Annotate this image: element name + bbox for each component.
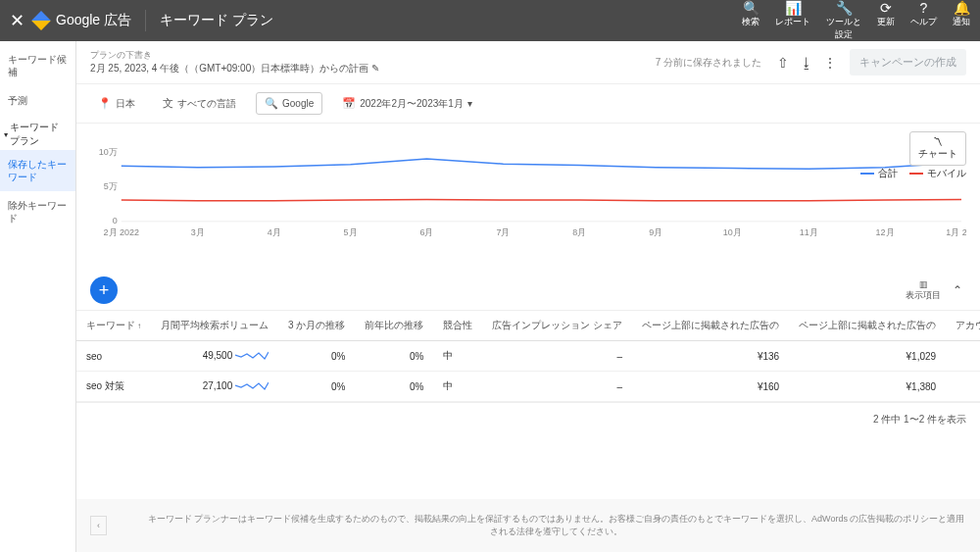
cell-keyword: seo 対策 (76, 372, 151, 402)
refresh-icon: ⟳ (880, 0, 892, 16)
autosave-text: 7 分前に保存されました (656, 56, 761, 70)
network-icon: 🔍 (265, 97, 278, 110)
y-tick-1: 5万 (104, 181, 118, 191)
language-icon: 文 (163, 96, 173, 111)
collapse-panel-button[interactable]: ‹ (90, 516, 107, 535)
y-tick-0: 10万 (99, 147, 118, 157)
reports-action[interactable]: 📊レポート (775, 0, 810, 41)
x-tick: 3月 (191, 227, 205, 237)
columns-toggle[interactable]: ▥表示項目 (906, 279, 941, 302)
x-tick: 8月 (572, 227, 586, 237)
x-tick: 2月 2022 (104, 227, 139, 237)
chart-area: 〽チャート 合計 モバイル 10万 5万 0 2月 20223月4月5月6月7月… (76, 124, 980, 271)
col-3month[interactable]: 3 か月の推移 (278, 311, 355, 341)
cell-3month: 0% (278, 341, 355, 372)
cell-yoy: 0% (355, 372, 433, 402)
table-row[interactable]: seo 対策27,100 0%0%中–¥160¥1,380 (76, 372, 980, 402)
expand-button[interactable]: ⌃ (949, 279, 966, 301)
x-tick: 7月 (496, 227, 510, 237)
plan-time: 2月 25, 2023, 4 午後（（GMT+09:00）日本標準時）からの計画… (90, 62, 656, 75)
sidebar-item-forecast[interactable]: 予測 (0, 86, 75, 115)
col-bid-high[interactable]: ページ上部に掲載された広告の (789, 311, 946, 341)
date-range-filter[interactable]: 📅2022年2月〜2023年1月 ▾ (334, 93, 480, 115)
cell-3month: 0% (278, 372, 355, 402)
refresh-action[interactable]: ⟳更新 (877, 0, 895, 41)
close-icon[interactable]: ✕ (10, 10, 24, 31)
reports-label: レポート (775, 16, 810, 28)
cell-imp-share: – (482, 372, 632, 402)
cell-avg-volume: 27,100 (151, 372, 278, 402)
col-imp-share[interactable]: 広告インプレッション シェア (482, 311, 632, 341)
language-filter[interactable]: 文すべての言語 (155, 92, 244, 115)
table-action-bar: + ▥表示項目 ⌃ (76, 271, 980, 311)
columns-label: 表示項目 (906, 289, 941, 302)
cell-bid-low: ¥160 (632, 372, 789, 402)
divider (145, 10, 146, 31)
notif-label: 通知 (953, 16, 970, 28)
x-tick: 12月 (876, 227, 895, 237)
add-keyword-button[interactable]: + (90, 276, 118, 304)
help-action[interactable]: ?ヘルプ (910, 0, 937, 41)
legend-mobile-swatch (909, 173, 923, 175)
location-filter[interactable]: 📍日本 (90, 93, 143, 115)
chart-toggle-button[interactable]: 〽チャート (909, 131, 966, 166)
sidebar-group-plan[interactable]: キーワード プラン (0, 115, 75, 150)
x-tick: 5月 (344, 227, 358, 237)
network-filter[interactable]: 🔍Google (256, 92, 322, 115)
chart-btn-label: チャート (918, 147, 957, 161)
legend-total-swatch (860, 173, 874, 175)
cell-imp-share: – (482, 341, 632, 372)
legend-total-label: 合計 (878, 168, 898, 178)
x-tick: 10月 (723, 227, 742, 237)
cell-bid-low: ¥136 (632, 341, 789, 372)
sidebar-item-saved[interactable]: 保存したキーワード (0, 150, 75, 191)
page-title: キーワード プラン (160, 12, 742, 29)
x-tick: 4月 (268, 227, 281, 237)
notif-action[interactable]: 🔔通知 (953, 0, 970, 41)
search-action[interactable]: 🔍検索 (742, 0, 760, 41)
col-account-status[interactable]: アカウントのステータス (946, 311, 980, 341)
sidebar-item-negative[interactable]: 除外キーワード (0, 191, 75, 232)
edit-icon[interactable]: ✎ (371, 63, 379, 74)
col-bid-low[interactable]: ページ上部に掲載された広告の (632, 311, 789, 341)
chart-line-icon: 〽 (933, 136, 943, 147)
tools-action[interactable]: 🔧ツールと 設定 (826, 0, 861, 41)
calendar-icon: 📅 (342, 97, 356, 110)
google-ads-logo-icon (31, 11, 51, 30)
y-tick-2: 0 (113, 216, 118, 226)
plan-draft-label: プランの下書き (90, 49, 656, 62)
col-keyword[interactable]: キーワード↑ (76, 311, 151, 341)
cell-competition: 中 (433, 341, 482, 372)
download-icon[interactable]: ⭳ (795, 51, 818, 75)
page-footer: ‹ キーワード プランナーはキーワード候補を生成するためのもので、掲載結果の向上… (76, 499, 980, 552)
series-total-line (122, 159, 961, 169)
cell-competition: 中 (433, 372, 482, 402)
plan-time-text: 2月 25, 2023, 4 午後（（GMT+09:00）日本標準時）からの計画 (90, 63, 368, 74)
x-tick: 9月 (649, 227, 662, 237)
cell-avg-volume: 49,500 (151, 341, 278, 372)
col-avg-volume[interactable]: 月間平均検索ボリューム (151, 311, 278, 341)
col-competition[interactable]: 競合性 (433, 311, 482, 341)
refresh-label: 更新 (877, 16, 895, 28)
reports-icon: 📊 (785, 0, 802, 16)
left-sidebar: キーワード候補 予測 キーワード プラン 保存したキーワード 除外キーワード (0, 41, 76, 552)
col-yoy[interactable]: 前年比の推移 (355, 311, 433, 341)
wrench-icon: 🔧 (836, 0, 853, 16)
columns-icon: ▥ (919, 279, 928, 289)
table-row[interactable]: seo49,500 0%0%中–¥136¥1,029 (76, 341, 980, 372)
create-campaign-button[interactable]: キャンペーンの作成 (850, 49, 966, 75)
cell-bid-high: ¥1,029 (789, 341, 946, 372)
brand-label: Google 広告 (56, 12, 131, 29)
chart-svg: 10万 5万 0 2月 20223月4月5月6月7月8月9月10月11月12月1… (90, 135, 966, 263)
cell-account-status (946, 341, 980, 372)
cell-yoy: 0% (355, 341, 433, 372)
x-tick: 6月 (420, 227, 434, 237)
share-icon[interactable]: ⇧ (771, 51, 795, 75)
sidebar-item-candidates[interactable]: キーワード候補 (0, 45, 75, 86)
cell-keyword: seo (76, 341, 151, 372)
plan-header: プランの下書き 2月 25, 2023, 4 午後（（GMT+09:00）日本標… (76, 41, 980, 84)
more-icon[interactable]: ⋮ (818, 51, 842, 75)
tools-label: ツールと 設定 (826, 16, 861, 41)
language-value: すべての言語 (177, 97, 236, 111)
location-icon: 📍 (98, 97, 112, 110)
